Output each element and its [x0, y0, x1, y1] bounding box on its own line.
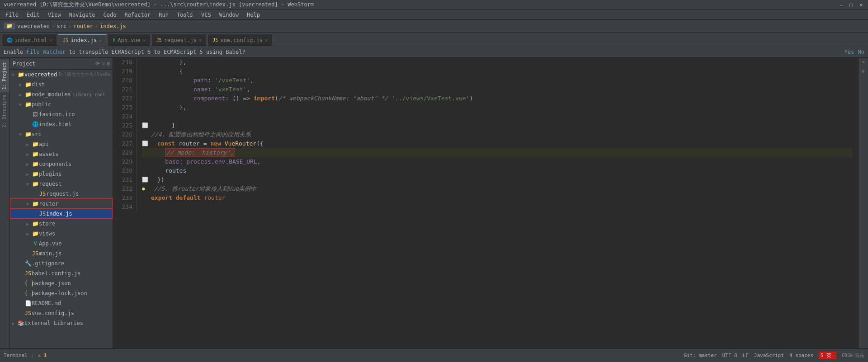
status-right: Git: master UTF-8 LF JavaScript 4 spaces… [684, 352, 864, 359]
tree-item-router-folder[interactable]: ▼ 📁 router [10, 199, 113, 209]
code-line-227: ⬜ const router = new VueRouter({ [142, 139, 853, 148]
tree-label-appvue: App.vue [39, 240, 62, 247]
code-line-230: routes [142, 166, 853, 175]
tab-icon-request: JS [156, 38, 162, 42]
terminal-label[interactable]: Terminal [4, 353, 28, 358]
tree-item-packagejson[interactable]: ▶ { } package.json [10, 278, 113, 288]
left-tab-structure[interactable]: 2: Structure [0, 92, 9, 130]
breadcrumb-file[interactable]: index.js [100, 23, 126, 29]
menu-file[interactable]: File [2, 11, 22, 19]
menu-window[interactable]: Window [216, 11, 242, 19]
tree-item-store[interactable]: ▶ 📁 store [10, 219, 113, 229]
breadcrumb: 📁 vuecreated › src › router › index.js [4, 23, 126, 29]
tab-close-request[interactable]: ✕ [199, 38, 202, 42]
tree-item-components[interactable]: ▶ 📁 components [10, 159, 113, 169]
menu-vcs[interactable]: VCS [198, 11, 215, 19]
notification-bar: Enable File Watcher to transpile ECMAScr… [0, 46, 868, 58]
file-icon-mainjs: JS [32, 250, 39, 257]
breadcrumb-sep2: › [68, 23, 71, 29]
tree-item-src[interactable]: ▼ 📁 src [10, 129, 113, 139]
right-btn-2[interactable]: ⚙ [860, 69, 867, 76]
tree-item-gitignore[interactable]: ▶ 🔧 .gitignore [10, 259, 113, 268]
tab-close-js[interactable]: ✕ [99, 38, 102, 43]
tree-label-root: vuecreated [24, 71, 57, 78]
tab-close-vue[interactable]: ✕ [143, 38, 146, 42]
tree-label-babel: babel.config.js [32, 270, 80, 277]
tree-item-packagelock[interactable]: ▶ { } package-lock.json [10, 288, 113, 298]
minimize-button[interactable]: — [838, 2, 844, 8]
tree-item-mainjs[interactable]: ▶ JS main.js [10, 249, 113, 259]
tree-path-root: D:\研究生文件夹\VueDe... [59, 71, 113, 78]
tree-item-readme[interactable]: ▶ 📄 README.md [10, 298, 113, 308]
tab-index-js[interactable]: JS index.js ✕ [58, 34, 107, 46]
breadcrumb-router[interactable]: router [73, 23, 93, 29]
tree-item-babel[interactable]: ▶ JS babel.config.js [10, 268, 113, 278]
toolbar: 📁 vuecreated › src › router › index.js [0, 20, 868, 33]
tree-item-views[interactable]: ▶ 📁 views [10, 229, 113, 239]
menu-run[interactable]: Run [155, 11, 172, 19]
code-line-226: //4. 配置路由和组件之间的应用关系 [142, 130, 853, 139]
tree-item-assets[interactable]: ▶ 📁 assets [10, 149, 113, 159]
menu-view[interactable]: View [44, 11, 65, 19]
tree-label-indexhtml: index.html [39, 121, 71, 127]
tab-vue-config-js[interactable]: JS vue.config.js ✕ [208, 34, 273, 46]
code-line-221: name: 'vxeTest', [142, 85, 853, 94]
tab-index-html[interactable]: 🌐 index.html ✕ [2, 34, 57, 46]
tree-item-dist[interactable]: ▶ 📁 dist [10, 80, 113, 89]
file-tree-panel: Project ⟳ ≡ ⚙ ▼ 📁 vuecreated D:\研究生文件夹\V… [10, 58, 113, 348]
menu-navigate[interactable]: Navigate [66, 11, 99, 19]
sidebar-header: Project ⟳ ≡ ⚙ [10, 58, 113, 70]
tab-close-html[interactable]: ✕ [49, 38, 52, 42]
tab-request-js[interactable]: JS request.js ✕ [151, 34, 207, 46]
menu-edit[interactable]: Edit [23, 11, 43, 19]
gutter-232: ● [142, 184, 145, 193]
tree-label-public: public [32, 101, 51, 108]
close-button[interactable]: ✕ [858, 2, 864, 8]
file-icon-babel: JS [24, 270, 32, 277]
file-watcher-link[interactable]: File Watcher [27, 49, 66, 55]
gutter-227: ⬜ [142, 139, 148, 148]
menu-refactor[interactable]: Refactor [121, 11, 154, 19]
code-editor[interactable]: 218 219 220 221 222 223 224 225 226 227 … [113, 58, 858, 348]
code-line-220: path: '/vxeTest', [142, 76, 853, 85]
right-btn-1[interactable]: ≡ [860, 60, 867, 67]
tab-close-config[interactable]: ✕ [265, 38, 268, 42]
tab-app-vue[interactable]: V App.vue ✕ [108, 34, 151, 46]
menu-tools[interactable]: Tools [173, 11, 197, 19]
breadcrumb-src[interactable]: src [57, 23, 66, 29]
menu-help[interactable]: Help [243, 11, 264, 19]
tree-item-index-html[interactable]: ▶ 🌐 index.html [10, 119, 113, 129]
tree-arrow-router: ▼ [26, 202, 32, 207]
tree-item-node-modules[interactable]: ▶ 📁 node_modules library root [10, 89, 113, 99]
breadcrumb-project[interactable]: vuecreated [17, 23, 50, 29]
tab-label-app-vue: App.vue [118, 37, 141, 43]
right-panel: ≡ ⚙ [858, 58, 868, 348]
tree-item-appvue[interactable]: ▶ V App.vue [10, 239, 113, 249]
tree-item-requestjs[interactable]: ▶ JS request.js [10, 189, 113, 199]
collapse-icon[interactable]: ≡ [102, 61, 105, 67]
notification-no[interactable]: No [858, 49, 864, 55]
tree-item-vueconfig[interactable]: ▶ JS vue.config.js [10, 308, 113, 318]
tree-item-api[interactable]: ▶ 📁 api [10, 139, 113, 149]
tree-label-pkglock: package-lock.json [32, 290, 87, 296]
tree-item-root[interactable]: ▼ 📁 vuecreated D:\研究生文件夹\VueDe... [10, 70, 113, 80]
tree-item-favicon[interactable]: ▶ 🖼 favicon.ico [10, 109, 113, 119]
left-tab-project[interactable]: 1: Project [0, 60, 9, 92]
tree-label-request: request [39, 181, 62, 187]
tree-label-pkg: package.json [32, 280, 71, 287]
maximize-button[interactable]: □ [848, 2, 854, 8]
settings-icon[interactable]: ⚙ [107, 61, 110, 67]
gutter-225: ⬜ [142, 121, 148, 130]
file-icon-indexjs: JS [39, 211, 46, 217]
sync-icon[interactable]: ⟳ [95, 61, 100, 67]
notification-yes[interactable]: Yes [844, 49, 854, 55]
tree-item-request-folder[interactable]: ▼ 📁 request [10, 179, 113, 189]
tab-icon-config: JS [212, 38, 218, 42]
tree-item-external[interactable]: ▶ 📚 External Libraries [10, 318, 113, 328]
folder-icon-store: 📁 [32, 221, 39, 227]
tree-item-plugins[interactable]: ▶ 📁 plugins [10, 169, 113, 179]
tree-item-indexjs[interactable]: ▶ JS index.js [10, 209, 113, 219]
menu-code[interactable]: Code [100, 11, 120, 19]
tree-item-public[interactable]: ▼ 📁 public [10, 99, 113, 109]
code-line-229: base: process.env.BASE_URL, [142, 157, 853, 166]
